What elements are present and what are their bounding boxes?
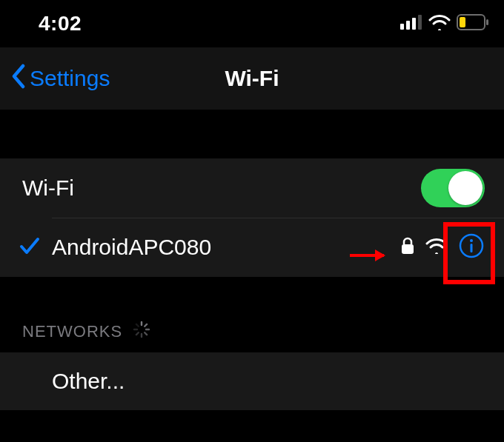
other-network-row[interactable]: Other... xyxy=(0,352,504,410)
svg-line-18 xyxy=(136,324,139,327)
back-label: Settings xyxy=(30,66,110,91)
battery-icon xyxy=(457,14,489,33)
info-button[interactable] xyxy=(458,232,485,262)
page-title: Wi-Fi xyxy=(225,66,279,91)
networks-header: NETWORKS xyxy=(0,311,504,352)
wifi-status-icon xyxy=(428,14,451,33)
svg-rect-6 xyxy=(460,17,465,27)
svg-rect-1 xyxy=(406,21,410,30)
chevron-left-icon xyxy=(10,64,27,94)
back-button[interactable]: Settings xyxy=(0,64,110,94)
networks-header-label: NETWORKS xyxy=(22,322,122,341)
status-time: 4:02 xyxy=(39,12,82,36)
wifi-toggle[interactable] xyxy=(421,169,485,207)
svg-line-12 xyxy=(145,324,147,327)
nav-bar: Settings Wi-Fi xyxy=(0,47,504,110)
other-label: Other... xyxy=(52,369,125,394)
loading-spinner-icon xyxy=(133,321,150,343)
connected-network-row[interactable]: AndroidAPC080 xyxy=(0,218,504,277)
status-icons xyxy=(400,14,489,33)
checkmark-icon xyxy=(18,234,42,261)
svg-rect-10 xyxy=(471,244,473,252)
svg-point-9 xyxy=(470,239,473,242)
annotation-arrow xyxy=(350,254,384,257)
svg-line-14 xyxy=(145,332,147,335)
svg-rect-0 xyxy=(400,24,404,30)
status-bar: 4:02 xyxy=(0,0,504,47)
svg-rect-2 xyxy=(412,18,416,30)
wifi-toggle-row: Wi-Fi xyxy=(0,158,504,218)
svg-rect-7 xyxy=(402,244,414,254)
lock-icon xyxy=(400,236,415,258)
svg-rect-3 xyxy=(418,15,422,30)
toggle-knob xyxy=(448,171,483,205)
cellular-signal-icon xyxy=(400,15,422,33)
wifi-group: Wi-Fi AndroidAPC080 xyxy=(0,158,504,277)
other-networks-group: Other... xyxy=(0,352,504,410)
svg-line-16 xyxy=(136,332,139,335)
connected-network-name: AndroidAPC080 xyxy=(52,235,211,260)
svg-rect-5 xyxy=(486,19,488,25)
wifi-toggle-label: Wi-Fi xyxy=(22,175,74,201)
wifi-signal-icon xyxy=(425,238,448,257)
